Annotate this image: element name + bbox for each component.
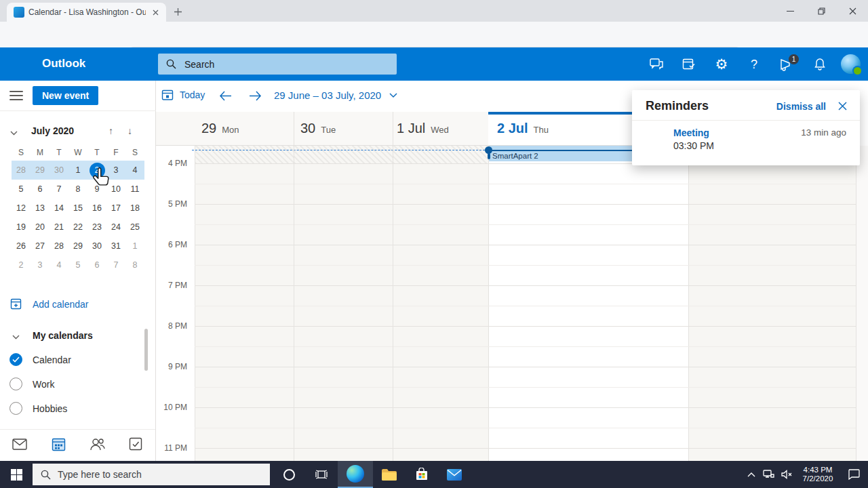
mini-calendar-day[interactable]: 30 — [87, 237, 106, 256]
day-column-wednesday[interactable] — [393, 146, 488, 461]
date-range-picker[interactable]: 29 June – 03 July, 2020 — [274, 89, 397, 101]
mini-calendar-day[interactable]: 7 — [50, 180, 68, 199]
mini-calendar-day[interactable]: 17 — [106, 199, 125, 218]
mini-calendar-day[interactable]: 5 — [12, 180, 31, 199]
my-calendars-title[interactable]: My calendars — [33, 330, 93, 341]
mini-calendar-day[interactable]: 29 — [31, 161, 50, 180]
sidebar-scrollbar[interactable] — [144, 329, 148, 371]
mini-calendar-day[interactable]: 8 — [125, 256, 144, 274]
next-week-icon[interactable] — [248, 89, 262, 102]
calendar-list-item-work[interactable]: Work — [9, 378, 54, 390]
mini-calendar-day[interactable]: 14 — [50, 199, 68, 218]
mini-calendar-collapse-icon[interactable] — [9, 128, 18, 138]
mini-calendar-day[interactable]: 3 — [31, 256, 50, 274]
edge-taskbar-icon[interactable] — [338, 461, 373, 488]
mini-calendar-day[interactable]: 25 — [125, 218, 144, 237]
work-unchecked-toggle[interactable] — [9, 378, 22, 390]
mail-module-icon[interactable] — [12, 436, 28, 452]
window-restore-button[interactable] — [806, 0, 837, 22]
mini-calendar-day[interactable]: 2 — [12, 256, 31, 274]
cortana-icon[interactable] — [273, 461, 305, 488]
suite-search-input[interactable]: Search — [158, 54, 397, 75]
task-view-icon[interactable] — [305, 461, 338, 488]
day-header-wed[interactable]: 1 JulWed — [397, 121, 449, 136]
calendar-checked-toggle[interactable] — [9, 353, 22, 366]
mini-calendar-day[interactable]: 28 — [50, 237, 68, 256]
mini-calendar-day[interactable]: 21 — [50, 218, 68, 237]
mini-calendar-day[interactable]: 4 — [125, 161, 144, 180]
window-minimize-button[interactable] — [774, 0, 806, 22]
volume-muted-icon[interactable] — [777, 461, 796, 488]
hamburger-menu-icon[interactable] — [9, 88, 23, 103]
mini-calendar-day[interactable]: 18 — [125, 199, 144, 218]
reminders-close-icon[interactable] — [837, 101, 848, 112]
file-explorer-icon[interactable] — [373, 461, 406, 488]
new-event-button[interactable]: New event — [33, 86, 98, 105]
my-day-icon[interactable] — [682, 57, 696, 72]
mini-calendar-day[interactable]: 30 — [50, 161, 68, 180]
mini-calendar-day[interactable]: 11 — [125, 180, 144, 199]
mini-calendar-day[interactable]: 3 — [106, 161, 125, 180]
profile-avatar[interactable] — [841, 54, 861, 74]
calendar-list-item-hobbies[interactable]: Hobbies — [9, 402, 67, 415]
mini-calendar-day[interactable]: 29 — [68, 237, 87, 256]
mini-calendar-day[interactable]: 23 — [87, 218, 106, 237]
day-header-tue[interactable]: 30Tue — [300, 121, 336, 136]
mini-calendar-day[interactable]: 12 — [12, 199, 31, 218]
tab-close-icon[interactable] — [150, 7, 161, 18]
mini-calendar-day[interactable]: 27 — [31, 237, 50, 256]
hobbies-unchecked-toggle[interactable] — [9, 402, 22, 415]
mini-calendar-day[interactable]: 24 — [106, 218, 125, 237]
day-header-thu-today[interactable]: 2 JulThu — [497, 121, 549, 136]
day-column-thursday-today[interactable] — [488, 146, 688, 461]
mini-calendar-day[interactable]: 20 — [31, 218, 50, 237]
my-calendars-collapse-icon[interactable] — [11, 332, 20, 342]
start-button[interactable] — [0, 461, 33, 488]
browser-tab[interactable]: Calendar - Lisa Washington - Ou — [7, 3, 166, 22]
notifications-bell-icon[interactable] — [812, 57, 827, 72]
mini-calendar-prev-icon[interactable]: ↑ — [108, 125, 113, 136]
mini-calendar-day[interactable]: 8 — [68, 180, 87, 199]
new-tab-icon[interactable] — [172, 6, 183, 17]
mini-calendar-day[interactable]: 22 — [68, 218, 87, 237]
mini-calendar-month-label[interactable]: July 2020 — [31, 125, 74, 136]
dismiss-all-button[interactable]: Dismiss all — [776, 101, 826, 112]
help-icon[interactable]: ? — [747, 57, 761, 72]
mini-calendar-day[interactable]: 1 — [125, 237, 144, 256]
mini-calendar-day[interactable]: 16 — [87, 199, 106, 218]
mini-calendar-day[interactable]: 26 — [12, 237, 31, 256]
mini-calendar-day[interactable]: 9 — [87, 180, 106, 199]
people-module-icon[interactable] — [89, 436, 105, 452]
teams-chat-icon[interactable] — [649, 57, 664, 72]
reminder-item[interactable]: Meeting 03:30 PM 13 min ago — [632, 121, 860, 151]
day-column-friday[interactable] — [688, 146, 856, 461]
day-header-mon[interactable]: 29Mon — [201, 121, 239, 136]
mini-calendar-day[interactable]: 4 — [50, 256, 68, 274]
mini-calendar-day[interactable]: 28 — [12, 161, 31, 180]
taskbar-clock[interactable]: 4:43 PM 7/2/2020 — [796, 466, 840, 483]
settings-gear-icon[interactable]: ⚙ — [714, 55, 729, 73]
mini-calendar-day[interactable]: 31 — [106, 237, 125, 256]
network-icon[interactable] — [760, 461, 777, 488]
previous-week-icon[interactable] — [218, 89, 232, 102]
mini-calendar-day[interactable]: 10 — [106, 180, 125, 199]
mini-calendar-day[interactable]: 6 — [31, 180, 50, 199]
window-close-button[interactable] — [837, 0, 868, 22]
mini-calendar-day[interactable]: 13 — [31, 199, 50, 218]
mini-calendar-day[interactable]: 1 — [68, 161, 87, 180]
mini-calendar-day[interactable]: 19 — [12, 218, 31, 237]
microsoft-store-icon[interactable] — [406, 461, 438, 488]
reminder-event-title[interactable]: Meeting — [673, 127, 714, 138]
action-center-icon[interactable] — [840, 461, 868, 488]
taskbar-search-input[interactable]: Type here to search — [33, 464, 270, 485]
calendar-module-icon[interactable] — [50, 436, 66, 452]
mini-calendar-day-selected[interactable]: 2 — [87, 161, 106, 180]
mini-calendar-day[interactable]: 15 — [68, 199, 87, 218]
add-calendar-button[interactable]: Add calendar — [10, 298, 89, 310]
mini-calendar-day[interactable]: 5 — [68, 256, 87, 274]
calendar-scroll-gutter[interactable] — [856, 146, 868, 461]
mini-calendar-day[interactable]: 7 — [106, 256, 125, 274]
tray-chevron-up-icon[interactable] — [743, 461, 760, 488]
calendar-list-item-calendar[interactable]: Calendar — [9, 353, 71, 366]
mail-taskbar-icon[interactable] — [438, 461, 471, 488]
